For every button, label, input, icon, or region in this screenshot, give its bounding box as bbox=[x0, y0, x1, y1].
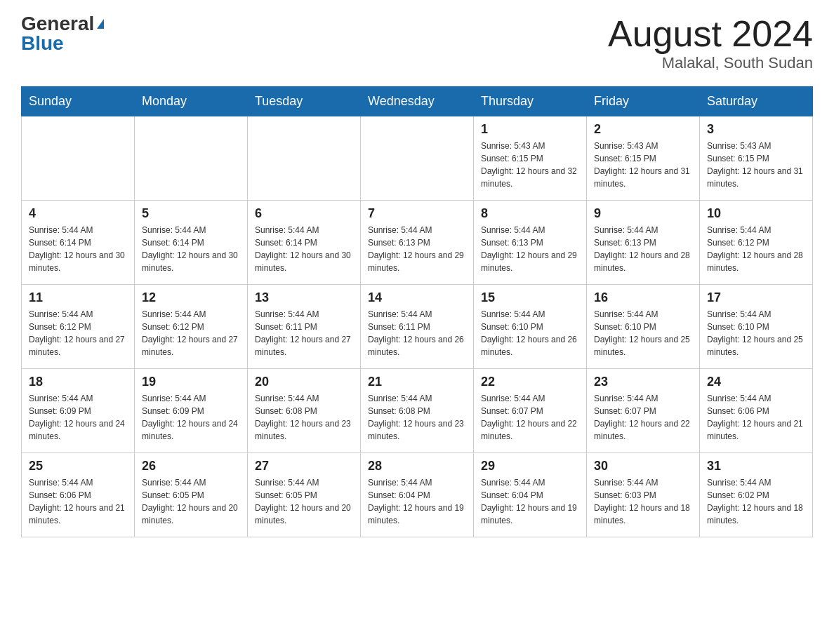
calendar-week-row: 11Sunrise: 5:44 AMSunset: 6:12 PMDayligh… bbox=[22, 285, 813, 369]
day-info: Sunrise: 5:44 AMSunset: 6:05 PMDaylight:… bbox=[255, 476, 353, 527]
calendar-cell: 1Sunrise: 5:43 AMSunset: 6:15 PMDaylight… bbox=[474, 116, 587, 201]
day-number: 11 bbox=[29, 290, 127, 305]
day-number: 6 bbox=[255, 206, 353, 221]
calendar-week-row: 1Sunrise: 5:43 AMSunset: 6:15 PMDaylight… bbox=[22, 116, 813, 201]
calendar-cell: 10Sunrise: 5:44 AMSunset: 6:12 PMDayligh… bbox=[700, 201, 813, 285]
weekday-header-friday: Friday bbox=[587, 87, 700, 116]
calendar-cell: 29Sunrise: 5:44 AMSunset: 6:04 PMDayligh… bbox=[474, 453, 587, 537]
day-number: 14 bbox=[368, 290, 466, 305]
calendar-week-row: 18Sunrise: 5:44 AMSunset: 6:09 PMDayligh… bbox=[22, 369, 813, 453]
day-number: 24 bbox=[707, 375, 805, 389]
calendar-cell: 8Sunrise: 5:44 AMSunset: 6:13 PMDaylight… bbox=[474, 201, 587, 285]
logo: General Blue bbox=[21, 14, 104, 53]
calendar-cell: 18Sunrise: 5:44 AMSunset: 6:09 PMDayligh… bbox=[22, 369, 135, 453]
day-number: 9 bbox=[594, 206, 692, 221]
day-info: Sunrise: 5:44 AMSunset: 6:09 PMDaylight:… bbox=[142, 392, 240, 443]
day-info: Sunrise: 5:44 AMSunset: 6:10 PMDaylight:… bbox=[481, 308, 579, 358]
calendar-cell: 24Sunrise: 5:44 AMSunset: 6:06 PMDayligh… bbox=[700, 369, 813, 453]
day-info: Sunrise: 5:44 AMSunset: 6:07 PMDaylight:… bbox=[594, 392, 692, 443]
calendar-title: August 2024 bbox=[608, 14, 813, 54]
logo-blue-text: Blue bbox=[21, 34, 64, 53]
calendar-cell: 6Sunrise: 5:44 AMSunset: 6:14 PMDaylight… bbox=[248, 201, 361, 285]
day-info: Sunrise: 5:44 AMSunset: 6:14 PMDaylight:… bbox=[255, 224, 353, 274]
day-info: Sunrise: 5:44 AMSunset: 6:08 PMDaylight:… bbox=[368, 392, 466, 443]
day-info: Sunrise: 5:44 AMSunset: 6:11 PMDaylight:… bbox=[368, 308, 466, 358]
calendar-cell: 20Sunrise: 5:44 AMSunset: 6:08 PMDayligh… bbox=[248, 369, 361, 453]
day-info: Sunrise: 5:44 AMSunset: 6:10 PMDaylight:… bbox=[707, 308, 805, 358]
day-info: Sunrise: 5:44 AMSunset: 6:12 PMDaylight:… bbox=[707, 224, 805, 274]
day-number: 2 bbox=[594, 122, 692, 137]
day-info: Sunrise: 5:44 AMSunset: 6:14 PMDaylight:… bbox=[142, 224, 240, 274]
calendar-cell: 14Sunrise: 5:44 AMSunset: 6:11 PMDayligh… bbox=[361, 285, 474, 369]
calendar-cell: 9Sunrise: 5:44 AMSunset: 6:13 PMDaylight… bbox=[587, 201, 700, 285]
calendar-cell: 30Sunrise: 5:44 AMSunset: 6:03 PMDayligh… bbox=[587, 453, 700, 537]
day-number: 23 bbox=[594, 375, 692, 389]
day-number: 12 bbox=[142, 290, 240, 305]
day-info: Sunrise: 5:44 AMSunset: 6:13 PMDaylight:… bbox=[594, 224, 692, 274]
day-number: 15 bbox=[481, 290, 579, 305]
calendar-cell: 4Sunrise: 5:44 AMSunset: 6:14 PMDaylight… bbox=[22, 201, 135, 285]
weekday-header-sunday: Sunday bbox=[22, 87, 135, 116]
calendar-cell: 26Sunrise: 5:44 AMSunset: 6:05 PMDayligh… bbox=[135, 453, 248, 537]
calendar-cell bbox=[248, 116, 361, 201]
day-number: 27 bbox=[255, 459, 353, 474]
title-block: August 2024 Malakal, South Sudan bbox=[608, 14, 813, 72]
weekday-header-thursday: Thursday bbox=[474, 87, 587, 116]
day-number: 8 bbox=[481, 206, 579, 221]
day-info: Sunrise: 5:44 AMSunset: 6:03 PMDaylight:… bbox=[594, 476, 692, 527]
day-number: 22 bbox=[481, 375, 579, 389]
calendar-cell: 11Sunrise: 5:44 AMSunset: 6:12 PMDayligh… bbox=[22, 285, 135, 369]
day-info: Sunrise: 5:44 AMSunset: 6:12 PMDaylight:… bbox=[29, 308, 127, 358]
weekday-header-saturday: Saturday bbox=[700, 87, 813, 116]
day-info: Sunrise: 5:44 AMSunset: 6:04 PMDaylight:… bbox=[481, 476, 579, 527]
calendar-cell: 7Sunrise: 5:44 AMSunset: 6:13 PMDaylight… bbox=[361, 201, 474, 285]
calendar-cell: 2Sunrise: 5:43 AMSunset: 6:15 PMDaylight… bbox=[587, 116, 700, 201]
day-number: 28 bbox=[368, 459, 466, 474]
calendar-cell: 28Sunrise: 5:44 AMSunset: 6:04 PMDayligh… bbox=[361, 453, 474, 537]
logo-general-text: General bbox=[21, 14, 94, 34]
calendar-cell: 13Sunrise: 5:44 AMSunset: 6:11 PMDayligh… bbox=[248, 285, 361, 369]
calendar-cell: 17Sunrise: 5:44 AMSunset: 6:10 PMDayligh… bbox=[700, 285, 813, 369]
calendar-cell: 19Sunrise: 5:44 AMSunset: 6:09 PMDayligh… bbox=[135, 369, 248, 453]
day-number: 16 bbox=[594, 290, 692, 305]
calendar-cell: 3Sunrise: 5:43 AMSunset: 6:15 PMDaylight… bbox=[700, 116, 813, 201]
calendar-cell: 12Sunrise: 5:44 AMSunset: 6:12 PMDayligh… bbox=[135, 285, 248, 369]
day-number: 17 bbox=[707, 290, 805, 305]
weekday-header-wednesday: Wednesday bbox=[361, 87, 474, 116]
calendar-cell bbox=[22, 116, 135, 201]
day-info: Sunrise: 5:44 AMSunset: 6:12 PMDaylight:… bbox=[142, 308, 240, 358]
day-number: 3 bbox=[707, 122, 805, 137]
day-info: Sunrise: 5:44 AMSunset: 6:13 PMDaylight:… bbox=[481, 224, 579, 274]
day-number: 30 bbox=[594, 459, 692, 474]
day-number: 25 bbox=[29, 459, 127, 474]
day-info: Sunrise: 5:43 AMSunset: 6:15 PMDaylight:… bbox=[481, 140, 579, 190]
day-number: 21 bbox=[368, 375, 466, 389]
day-number: 13 bbox=[255, 290, 353, 305]
weekday-header-row: SundayMondayTuesdayWednesdayThursdayFrid… bbox=[22, 87, 813, 116]
day-info: Sunrise: 5:44 AMSunset: 6:06 PMDaylight:… bbox=[707, 392, 805, 443]
calendar-week-row: 4Sunrise: 5:44 AMSunset: 6:14 PMDaylight… bbox=[22, 201, 813, 285]
day-number: 4 bbox=[29, 206, 127, 221]
day-info: Sunrise: 5:44 AMSunset: 6:02 PMDaylight:… bbox=[707, 476, 805, 527]
weekday-header-tuesday: Tuesday bbox=[248, 87, 361, 116]
day-info: Sunrise: 5:44 AMSunset: 6:14 PMDaylight:… bbox=[29, 224, 127, 274]
day-info: Sunrise: 5:43 AMSunset: 6:15 PMDaylight:… bbox=[594, 140, 692, 190]
calendar-cell: 27Sunrise: 5:44 AMSunset: 6:05 PMDayligh… bbox=[248, 453, 361, 537]
day-number: 7 bbox=[368, 206, 466, 221]
day-number: 1 bbox=[481, 122, 579, 137]
day-info: Sunrise: 5:43 AMSunset: 6:15 PMDaylight:… bbox=[707, 140, 805, 190]
calendar-cell: 31Sunrise: 5:44 AMSunset: 6:02 PMDayligh… bbox=[700, 453, 813, 537]
calendar-cell: 5Sunrise: 5:44 AMSunset: 6:14 PMDaylight… bbox=[135, 201, 248, 285]
day-number: 19 bbox=[142, 375, 240, 389]
logo-triangle-icon bbox=[97, 19, 104, 29]
day-info: Sunrise: 5:44 AMSunset: 6:07 PMDaylight:… bbox=[481, 392, 579, 443]
calendar-week-row: 25Sunrise: 5:44 AMSunset: 6:06 PMDayligh… bbox=[22, 453, 813, 537]
calendar-subtitle: Malakal, South Sudan bbox=[608, 54, 813, 72]
day-info: Sunrise: 5:44 AMSunset: 6:04 PMDaylight:… bbox=[368, 476, 466, 527]
day-info: Sunrise: 5:44 AMSunset: 6:13 PMDaylight:… bbox=[368, 224, 466, 274]
calendar-table: SundayMondayTuesdayWednesdayThursdayFrid… bbox=[21, 86, 813, 537]
day-info: Sunrise: 5:44 AMSunset: 6:05 PMDaylight:… bbox=[142, 476, 240, 527]
calendar-cell: 25Sunrise: 5:44 AMSunset: 6:06 PMDayligh… bbox=[22, 453, 135, 537]
calendar-cell bbox=[135, 116, 248, 201]
day-info: Sunrise: 5:44 AMSunset: 6:09 PMDaylight:… bbox=[29, 392, 127, 443]
